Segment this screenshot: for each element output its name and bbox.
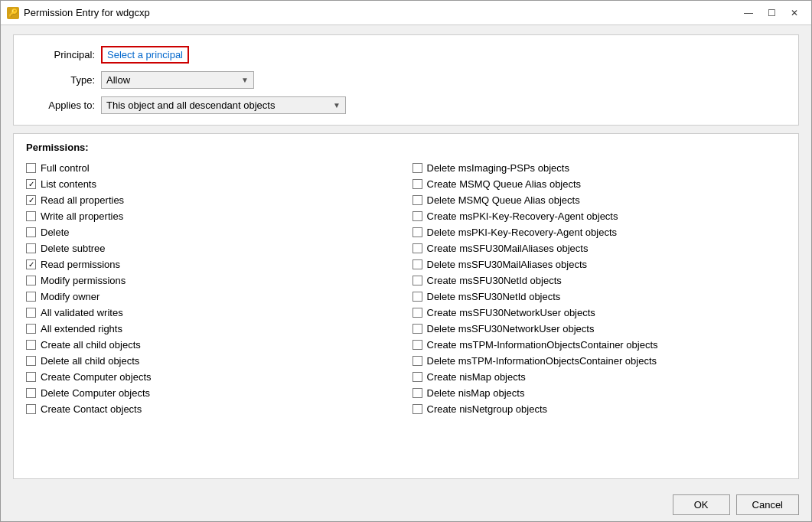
applies-row: Applies to: This object and all descenda… xyxy=(26,96,786,114)
window-title: Permission Entry for wdgcxp xyxy=(24,7,738,18)
perm-checkbox[interactable] xyxy=(413,227,422,237)
perm-checkbox[interactable] xyxy=(26,243,36,253)
perm-label: Delete MSMQ Queue Alias objects xyxy=(427,194,580,206)
perm-item-left: Read all properties xyxy=(26,193,400,207)
perm-checkbox[interactable] xyxy=(413,179,422,189)
perm-label: Create msSFU30NetId objects xyxy=(427,275,562,286)
perm-label: Create nisMap objects xyxy=(427,371,526,383)
applies-value: This object and all descendant objects xyxy=(106,100,275,111)
maximize-button[interactable]: ☐ xyxy=(761,5,782,21)
perm-checkbox[interactable] xyxy=(26,356,36,366)
type-dropdown[interactable]: Allow ▼ xyxy=(101,71,254,89)
perm-item-left: Create Contact objects xyxy=(26,402,400,416)
perm-checkbox[interactable] xyxy=(413,324,422,334)
perm-label: Create Computer objects xyxy=(41,371,152,383)
perm-checkbox[interactable] xyxy=(413,243,422,253)
perm-item-left: Write all properties xyxy=(26,209,400,223)
perm-checkbox[interactable] xyxy=(26,195,36,205)
perm-checkbox[interactable] xyxy=(26,211,36,221)
perm-item-right: Create msSFU30NetworkUser objects xyxy=(413,305,787,320)
perm-checkbox[interactable] xyxy=(26,308,36,318)
perm-label: Delete nisMap objects xyxy=(427,387,525,399)
perm-item-right: Create nisNetgroup objects xyxy=(413,402,787,416)
applies-dropdown[interactable]: This object and all descendant objects ▼ xyxy=(101,96,346,114)
perm-label: All extended rights xyxy=(41,323,122,334)
perm-checkbox[interactable] xyxy=(413,388,422,398)
perm-checkbox[interactable] xyxy=(413,195,422,205)
perm-item-left: Delete xyxy=(26,225,400,240)
perm-checkbox[interactable] xyxy=(26,179,36,189)
title-bar: 🔑 Permission Entry for wdgcxp — ☐ ✕ xyxy=(1,1,811,25)
perm-label: Delete msSFU30NetId objects xyxy=(427,291,561,302)
perm-label: List contents xyxy=(41,178,96,190)
perm-item-left: Create Computer objects xyxy=(26,370,400,384)
perm-item-right: Delete msSFU30MailAliases objects xyxy=(413,257,787,272)
window-icon: 🔑 xyxy=(7,7,19,19)
perm-label: All validated writes xyxy=(41,307,123,318)
top-section: Principal: Select a principal Type: Allo… xyxy=(13,34,799,126)
perm-item-right: Delete msSFU30NetworkUser objects xyxy=(413,321,787,336)
cancel-button[interactable]: Cancel xyxy=(736,494,799,515)
perm-item-left: Full control xyxy=(26,161,400,175)
perm-item-left: Modify owner xyxy=(26,289,400,304)
perm-item-left: Create all child objects xyxy=(26,338,400,352)
perm-label: Delete subtree xyxy=(41,243,106,254)
perm-label: Delete all child objects xyxy=(41,355,139,367)
select-principal-link[interactable]: Select a principal xyxy=(101,46,189,64)
type-dropdown-arrow: ▼ xyxy=(241,76,249,84)
perm-checkbox[interactable] xyxy=(26,276,36,285)
perm-checkbox[interactable] xyxy=(26,388,36,398)
perm-item-right: Delete msImaging-PSPs objects xyxy=(413,161,787,175)
perm-item-left: All extended rights xyxy=(26,321,400,336)
perm-label: Modify owner xyxy=(41,291,99,302)
perm-checkbox[interactable] xyxy=(413,259,422,269)
perm-item-left: All validated writes xyxy=(26,305,400,320)
perm-label: Create nisNetgroup objects xyxy=(427,403,548,415)
perm-checkbox[interactable] xyxy=(413,356,422,366)
perm-checkbox[interactable] xyxy=(413,308,422,318)
perm-checkbox[interactable] xyxy=(413,372,422,382)
perm-item-right: Create nisMap objects xyxy=(413,370,787,384)
perm-checkbox[interactable] xyxy=(26,292,36,302)
perm-checkbox[interactable] xyxy=(413,211,422,221)
perm-label: Read all properties xyxy=(41,194,124,206)
perm-checkbox[interactable] xyxy=(413,340,422,350)
perm-label: Delete msSFU30NetworkUser objects xyxy=(427,323,595,334)
perm-item-left: Delete Computer objects xyxy=(26,386,400,400)
perm-item-left: Modify permissions xyxy=(26,273,400,288)
permissions-scroll[interactable]: Full controlDelete msImaging-PSPs object… xyxy=(14,158,798,478)
perm-label: Full control xyxy=(41,162,90,174)
perm-label: Delete msPKI-Key-Recovery-Agent objects xyxy=(427,227,618,238)
bottom-bar: OK Cancel xyxy=(1,488,811,521)
perm-checkbox[interactable] xyxy=(413,404,422,414)
perm-label: Delete msTPM-InformationObjectsContainer… xyxy=(427,355,657,367)
perm-checkbox[interactable] xyxy=(26,404,36,414)
perm-item-right: Create MSMQ Queue Alias objects xyxy=(413,177,787,191)
perm-label: Create msTPM-InformationObjectsContainer… xyxy=(427,339,658,351)
perm-checkbox[interactable] xyxy=(26,340,36,350)
perm-checkbox[interactable] xyxy=(26,372,36,382)
perm-item-right: Delete MSMQ Queue Alias objects xyxy=(413,193,787,207)
type-value: Allow xyxy=(106,74,130,86)
close-button[interactable]: ✕ xyxy=(784,5,805,21)
perm-item-left: Delete subtree xyxy=(26,241,400,256)
perm-label: Delete msSFU30MailAliases objects xyxy=(427,259,588,270)
perm-item-right: Delete nisMap objects xyxy=(413,386,787,400)
perm-label: Write all properties xyxy=(41,210,123,222)
perm-checkbox[interactable] xyxy=(413,276,422,285)
minimize-button[interactable]: — xyxy=(738,5,759,21)
type-label: Type: xyxy=(26,74,95,86)
perm-checkbox[interactable] xyxy=(26,324,36,334)
perm-label: Create msSFU30NetworkUser objects xyxy=(427,307,595,318)
perm-checkbox[interactable] xyxy=(26,227,36,237)
perm-checkbox[interactable] xyxy=(413,163,422,173)
perm-item-right: Delete msSFU30NetId objects xyxy=(413,289,787,304)
perm-item-right: Create msSFU30MailAliases objects xyxy=(413,241,787,256)
perm-label: Create msSFU30MailAliases objects xyxy=(427,243,589,254)
dialog-content: Principal: Select a principal Type: Allo… xyxy=(1,25,811,488)
ok-button[interactable]: OK xyxy=(673,494,730,515)
perm-checkbox[interactable] xyxy=(26,163,36,173)
perm-checkbox[interactable] xyxy=(26,259,36,269)
perm-checkbox[interactable] xyxy=(413,292,422,302)
perm-label: Delete msImaging-PSPs objects xyxy=(427,162,569,174)
